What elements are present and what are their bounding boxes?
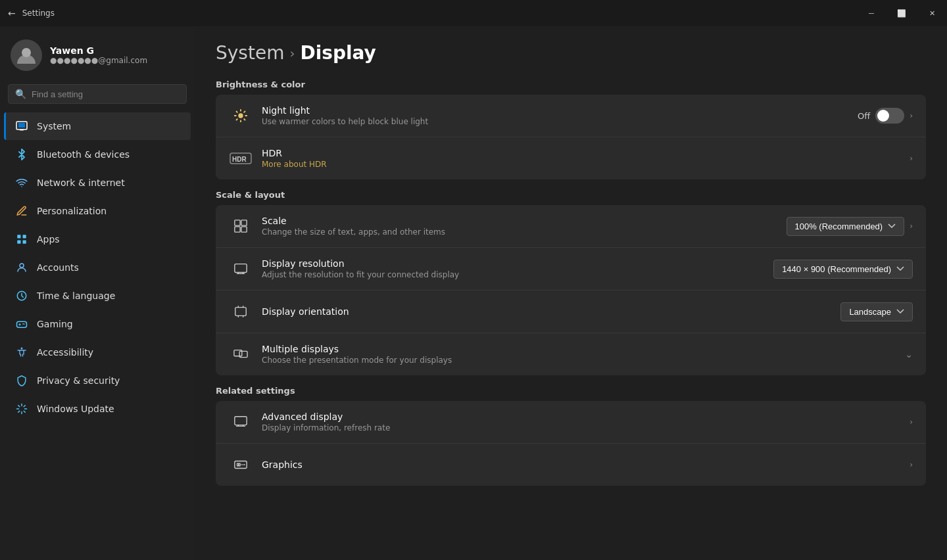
sidebar-item-privacy[interactable]: Privacy & security	[4, 367, 191, 394]
advanced-display-control: ›	[910, 417, 913, 427]
svg-rect-10	[17, 321, 27, 327]
titlebar-title: Settings	[22, 9, 55, 18]
svg-point-12	[238, 113, 243, 118]
scale-desc: Change the size of text, apps, and other…	[262, 227, 787, 237]
advanced-display-chevron: ›	[910, 417, 913, 427]
sidebar-item-bluetooth[interactable]: Bluetooth & devices	[4, 141, 191, 168]
hdr-desc[interactable]: More about HDR	[262, 160, 910, 169]
sidebar-item-label-privacy: Privacy & security	[37, 375, 120, 386]
svg-rect-3	[20, 129, 24, 131]
graphics-control: ›	[910, 460, 913, 469]
sidebar-item-gaming[interactable]: Gaming	[4, 310, 191, 338]
advanced-display-name: Advanced display	[262, 411, 910, 422]
sidebar-nav: System Bluetooth & devices Network & int…	[0, 112, 195, 423]
sidebar-item-label-network: Network & internet	[37, 177, 125, 188]
resolution-desc: Adjust the resolution to fit your connec…	[262, 270, 773, 279]
multiple-displays-control[interactable]: ⌄	[905, 349, 913, 360]
sidebar-item-label-personalization: Personalization	[37, 206, 107, 216]
brightness-group: Night light Use warmer colors to help bl…	[216, 95, 926, 179]
multiple-displays-expand[interactable]: ⌄	[905, 349, 913, 360]
multiple-displays-desc: Choose the presentation mode for your di…	[262, 356, 905, 365]
titlebar-left: ← Settings	[8, 8, 55, 18]
close-button[interactable]: ✕	[917, 0, 947, 26]
user-email: ●●●●●●●@gmail.com	[50, 56, 147, 65]
section-scale-title: Scale & layout	[216, 190, 926, 200]
resolution-row[interactable]: Display resolution Adjust the resolution…	[216, 248, 926, 291]
user-profile[interactable]: Yawen G ●●●●●●●@gmail.com	[0, 26, 195, 82]
scale-row[interactable]: Scale Change the size of text, apps, and…	[216, 205, 926, 248]
night-light-toggle[interactable]	[875, 108, 904, 124]
update-icon	[14, 402, 29, 416]
sidebar-item-update[interactable]: Windows Update	[4, 395, 191, 423]
graphics-info: Graphics	[262, 459, 910, 470]
night-light-chevron-right: ›	[910, 111, 913, 120]
breadcrumb-parent[interactable]: System	[216, 42, 284, 64]
scale-chevron-right: ›	[910, 222, 913, 231]
multiple-displays-info: Multiple displays Choose the presentatio…	[262, 344, 905, 365]
multiple-displays-row[interactable]: Multiple displays Choose the presentatio…	[216, 333, 926, 375]
minimize-button[interactable]: ─	[856, 0, 886, 26]
svg-rect-20	[235, 308, 247, 316]
maximize-button[interactable]: ⬜	[886, 0, 917, 26]
orientation-dropdown[interactable]: Landscape	[840, 302, 913, 321]
graphics-name: Graphics	[262, 459, 910, 470]
night-light-name: Night light	[262, 105, 858, 116]
sidebar-item-time[interactable]: Time & language	[4, 282, 191, 310]
resolution-dropdown[interactable]: 1440 × 900 (Recommended)	[773, 260, 913, 279]
resolution-control[interactable]: 1440 × 900 (Recommended)	[773, 260, 913, 279]
hdr-chevron-right: ›	[910, 154, 913, 163]
main-content: System › Display Brightness & color Nigh…	[195, 26, 947, 560]
sidebar-item-label-update: Windows Update	[37, 404, 114, 414]
sidebar-item-label-bluetooth: Bluetooth & devices	[37, 149, 130, 160]
scale-group: Scale Change the size of text, apps, and…	[216, 205, 926, 375]
sidebar: Yawen G ●●●●●●●@gmail.com 🔍	[0, 26, 195, 560]
orientation-control[interactable]: Landscape	[840, 302, 913, 321]
sidebar-item-personalization[interactable]: Personalization	[4, 197, 191, 225]
sidebar-item-apps[interactable]: Apps	[4, 225, 191, 253]
hdr-name: HDR	[262, 148, 910, 158]
hdr-row[interactable]: HDR HDR More about HDR ›	[216, 137, 926, 179]
night-light-control: Off ›	[858, 108, 913, 124]
svg-rect-16	[241, 220, 247, 225]
apps-icon	[14, 232, 29, 246]
accessibility-icon	[14, 345, 29, 360]
system-icon	[14, 119, 29, 133]
sidebar-item-label-gaming: Gaming	[37, 319, 73, 329]
sidebar-item-accessibility[interactable]: Accessibility	[4, 338, 191, 366]
section-brightness-title: Brightness & color	[216, 80, 926, 89]
svg-point-25	[243, 464, 245, 465]
sidebar-item-accounts[interactable]: Accounts	[4, 254, 191, 281]
app-body: Yawen G ●●●●●●●@gmail.com 🔍	[0, 26, 947, 560]
svg-rect-7	[23, 241, 26, 244]
resolution-icon	[229, 257, 253, 281]
graphics-row[interactable]: Graphics ›	[216, 444, 926, 486]
search-input[interactable]	[32, 89, 180, 99]
back-icon[interactable]: ←	[8, 8, 16, 18]
avatar	[11, 39, 42, 71]
time-icon	[14, 289, 29, 303]
svg-rect-23	[235, 417, 247, 425]
svg-rect-5	[23, 235, 26, 238]
titlebar-controls: ─ ⬜ ✕	[856, 0, 947, 26]
gaming-icon	[14, 317, 29, 331]
orientation-row[interactable]: Display orientation Landscape	[216, 291, 926, 333]
bluetooth-icon	[14, 147, 29, 162]
sidebar-item-network[interactable]: Network & internet	[4, 169, 191, 197]
advanced-display-desc: Display information, refresh rate	[262, 423, 910, 432]
svg-rect-19	[235, 264, 247, 273]
svg-rect-2	[18, 123, 25, 128]
advanced-display-info: Advanced display Display information, re…	[262, 411, 910, 432]
toggle-off-label: Off	[858, 111, 870, 121]
graphics-icon	[229, 453, 253, 477]
section-related-title: Related settings	[216, 386, 926, 396]
scale-dropdown[interactable]: 100% (Recommended)	[787, 217, 905, 236]
scale-name: Scale	[262, 216, 787, 226]
scale-icon	[229, 214, 253, 238]
night-light-row[interactable]: Night light Use warmer colors to help bl…	[216, 95, 926, 137]
sidebar-item-system[interactable]: System	[4, 112, 191, 140]
advanced-display-row[interactable]: Advanced display Display information, re…	[216, 401, 926, 444]
multiple-displays-name: Multiple displays	[262, 344, 905, 354]
search-icon: 🔍	[15, 89, 26, 99]
scale-control[interactable]: 100% (Recommended) ›	[787, 217, 913, 236]
hdr-control: ›	[910, 154, 913, 163]
